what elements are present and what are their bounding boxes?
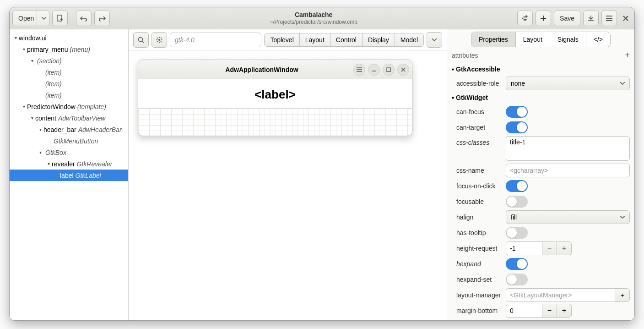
canvas-pane: gtk-4.0 ToplevelLayoutControlDisplayMode… — [129, 29, 447, 320]
tab-codecodecode[interactable]: </> — [586, 32, 610, 47]
title-block: Cambalache ~/Projects/predictor/src/wind… — [113, 11, 514, 25]
toggle-focus-on-click[interactable] — [506, 180, 528, 192]
toggle-hexpand[interactable] — [506, 258, 528, 270]
export-button[interactable] — [583, 11, 599, 26]
accessible-role-combo[interactable]: none — [506, 77, 630, 90]
tree-item-type: (item) — [45, 80, 62, 88]
tree-row[interactable]: ▾revealerGtkRevealer — [10, 158, 128, 170]
label-focusable: focusable — [452, 198, 502, 205]
segment-control[interactable]: Control — [330, 33, 363, 46]
toggle-focusable[interactable] — [506, 196, 528, 208]
preview-placeholder-grid — [138, 108, 412, 136]
hamburger-icon[interactable] — [353, 64, 365, 76]
more-categories-button[interactable] — [427, 32, 442, 48]
spin-plus[interactable]: + — [557, 304, 572, 318]
tree-root[interactable]: ▾ window.ui — [10, 32, 128, 44]
tree-item-name: primary_menu — [27, 46, 68, 53]
tab-signals[interactable]: Signals — [550, 32, 586, 47]
undo-button[interactable] — [76, 11, 92, 26]
tree-item-name: content — [35, 115, 56, 122]
category-segments: ToplevelLayoutControlDisplayModel — [264, 33, 424, 47]
tree-sidebar: ▾ window.ui ▾primary_menu(menu)▾(section… — [10, 29, 129, 320]
tree-item-type: (template) — [77, 103, 106, 110]
tree-row[interactable]: ▾PredictorWindow(template) — [10, 101, 128, 112]
tree-row[interactable]: (item) — [10, 78, 128, 89]
open-label: Open — [18, 15, 34, 22]
label-halign: halign — [452, 214, 502, 221]
menu-button[interactable] — [601, 11, 617, 26]
segment-display[interactable]: Display — [363, 33, 395, 46]
add-button[interactable] — [536, 11, 551, 26]
canvas[interactable]: AdwApplicationWindow <label> — [129, 50, 447, 320]
tree-item-name: PredictorWindow — [27, 103, 76, 110]
chevron-down-icon — [620, 82, 625, 85]
tree-item-type: AdwToolbarView — [58, 115, 106, 122]
spin-value[interactable]: -1 — [506, 241, 542, 255]
tree-row[interactable]: ▾(section) — [10, 55, 128, 66]
segment-layout[interactable]: Layout — [300, 33, 330, 46]
label-can-focus: can-focus — [452, 108, 502, 115]
canvas-toolbar: gtk-4.0 ToplevelLayoutControlDisplayMode… — [129, 29, 447, 50]
combo-halign[interactable]: fill — [506, 210, 630, 224]
tree-root-label: window.ui — [19, 34, 47, 42]
tree-row[interactable]: ▾contentAdwToolbarView — [10, 112, 128, 124]
toggle-hexpand-set[interactable] — [506, 274, 528, 285]
spin-value[interactable]: 0 — [506, 304, 542, 318]
add-layout-manager-button[interactable]: + — [615, 288, 630, 302]
prop-accessible-role: accessible-role none — [452, 76, 630, 91]
twisty-icon: ▾ — [29, 115, 35, 121]
tree-item-type: GtkRevealer — [77, 160, 113, 168]
chevron-down-icon[interactable] — [37, 11, 46, 26]
tree-row[interactable]: ▾header_barAdwHeaderBar — [10, 124, 128, 135]
close-button[interactable] — [620, 12, 632, 24]
properties-list: attributes + ▾GtkAccessible accessible-r… — [447, 49, 634, 320]
tree-row[interactable]: (item) — [10, 89, 128, 101]
open-button[interactable]: Open — [12, 11, 49, 26]
toggle-can-target[interactable] — [506, 121, 528, 133]
tree-row[interactable]: labelGtkLabel — [10, 170, 128, 181]
tree-item-name: label — [60, 172, 74, 179]
tree-item-type: (item) — [45, 92, 62, 99]
svg-point-5 — [158, 39, 160, 41]
tab-properties[interactable]: Properties — [471, 32, 516, 47]
save-button[interactable]: Save — [554, 11, 580, 26]
titlebar: Open Cambalache ~/Projects/predictor/src… — [10, 7, 634, 29]
spin-plus[interactable]: + — [557, 241, 572, 255]
gnome-icon-button[interactable] — [517, 11, 533, 26]
input-css-classes[interactable]: title-1 — [506, 136, 630, 161]
tree-row[interactable]: GtkMenuButton — [10, 135, 128, 147]
new-document-button[interactable] — [52, 11, 68, 26]
minimize-icon[interactable] — [368, 64, 380, 76]
preview-headerbar: AdwApplicationWindow — [138, 60, 412, 79]
preview-close-icon[interactable] — [397, 64, 409, 76]
redo-button[interactable] — [94, 11, 110, 26]
add-attribute-button[interactable]: + — [625, 50, 630, 60]
label-has-tooltip: has-tooltip — [452, 229, 502, 236]
section-gtkwidget[interactable]: ▾GtkWidget — [452, 91, 630, 104]
twisty-icon: ▾ — [45, 161, 52, 166]
input-css-name[interactable]: <gchararray> — [506, 164, 630, 177]
tree-row[interactable]: ▾primary_menu(menu) — [10, 44, 128, 55]
toggle-has-tooltip[interactable] — [506, 227, 528, 239]
label-hexpand-set: hexpand-set — [452, 276, 502, 283]
segment-model[interactable]: Model — [395, 33, 423, 46]
tree-item-type: (item) — [45, 69, 62, 76]
search-button[interactable] — [133, 32, 149, 48]
tree-row[interactable]: (item) — [10, 66, 128, 78]
settings-button[interactable] — [152, 32, 167, 48]
tree-item-name: header_bar — [43, 126, 76, 133]
tree-row[interactable]: ▾GtkBox — [10, 147, 128, 158]
tab-layout[interactable]: Layout — [516, 32, 550, 47]
type-filter-input[interactable]: gtk-4.0 — [170, 33, 261, 47]
maximize-icon[interactable] — [383, 64, 395, 76]
app-subtitle: ~/Projects/predictor/src/window.cmb — [113, 19, 514, 25]
spin-minus[interactable]: − — [542, 241, 557, 255]
spin-minus[interactable]: − — [542, 304, 557, 318]
label-focus-on-click: focus-on-click — [452, 182, 502, 190]
toggle-can-focus[interactable] — [506, 106, 528, 118]
segment-toplevel[interactable]: Toplevel — [265, 33, 299, 46]
input-layout-manager[interactable]: <GtkLayoutManager> — [506, 288, 615, 302]
tree-item-type: (menu) — [70, 46, 90, 53]
section-gtkaccessible[interactable]: ▾GtkAccessible — [452, 63, 630, 76]
label-layout-manager: layout-manager — [452, 291, 502, 299]
